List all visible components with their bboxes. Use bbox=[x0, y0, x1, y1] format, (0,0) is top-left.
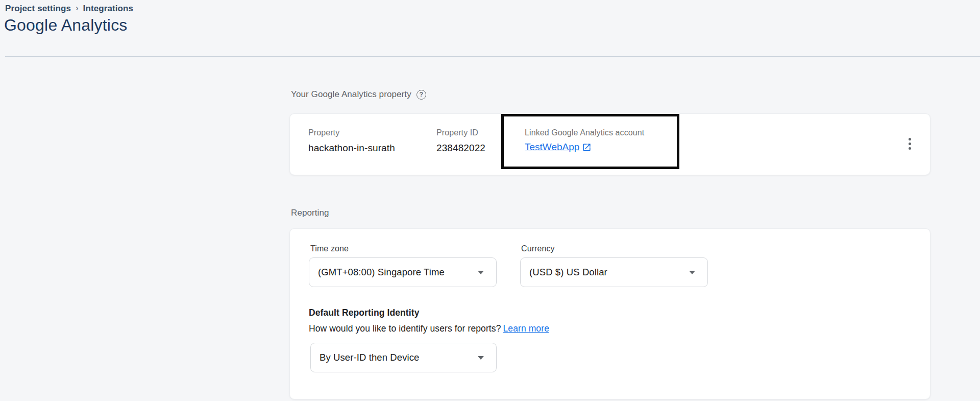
external-link-icon[interactable] bbox=[582, 143, 592, 152]
reporting-identity-dropdown-value: By User-ID then Device bbox=[320, 352, 419, 363]
kebab-menu-icon[interactable] bbox=[903, 134, 916, 153]
property-section-heading-text: Your Google Analytics property bbox=[291, 89, 411, 100]
property-field-label: Property bbox=[308, 128, 339, 137]
reporting-section-heading-text: Reporting bbox=[291, 208, 329, 218]
currency-label: Currency bbox=[521, 244, 555, 253]
learn-more-link[interactable]: Learn more bbox=[503, 323, 549, 334]
property-field-value: hackathon-in-surath bbox=[308, 143, 395, 154]
time-zone-label: Time zone bbox=[310, 244, 349, 253]
header-divider bbox=[5, 56, 980, 57]
reporting-identity-dropdown[interactable]: By User-ID then Device bbox=[310, 343, 497, 372]
linked-account-row: TestWebApp bbox=[525, 141, 592, 153]
default-reporting-identity-heading: Default Reporting Identity bbox=[309, 308, 420, 318]
time-zone-dropdown-value: (GMT+08:00) Singapore Time bbox=[318, 267, 445, 278]
default-reporting-identity-description: How would you like to identify users for… bbox=[309, 323, 549, 334]
chevron-down-icon bbox=[689, 271, 695, 274]
breadcrumb-project-settings[interactable]: Project settings bbox=[5, 4, 71, 14]
property-section-heading: Your Google Analytics property ? bbox=[291, 89, 426, 100]
reporting-section-heading: Reporting bbox=[291, 208, 329, 218]
property-id-field-label: Property ID bbox=[436, 128, 478, 137]
breadcrumb: Project settings › Integrations bbox=[5, 4, 133, 14]
chevron-down-icon bbox=[478, 356, 484, 360]
google-analytics-integration-page: Project settings › Integrations Google A… bbox=[0, 0, 980, 401]
linked-account-field-label: Linked Google Analytics account bbox=[525, 128, 644, 137]
breadcrumb-separator-icon: › bbox=[76, 4, 78, 13]
currency-dropdown-value: (USD $) US Dollar bbox=[529, 267, 607, 278]
time-zone-dropdown[interactable]: (GMT+08:00) Singapore Time bbox=[309, 257, 497, 287]
breadcrumb-integrations[interactable]: Integrations bbox=[83, 4, 134, 14]
linked-account-link[interactable]: TestWebApp bbox=[525, 141, 579, 153]
page-title: Google Analytics bbox=[4, 16, 128, 35]
identity-question-text: How would you like to identify users for… bbox=[309, 323, 501, 334]
help-circle-icon[interactable]: ? bbox=[416, 90, 426, 100]
property-id-field-value: 238482022 bbox=[436, 143, 485, 154]
currency-dropdown[interactable]: (USD $) US Dollar bbox=[520, 257, 708, 287]
chevron-down-icon bbox=[478, 271, 484, 274]
